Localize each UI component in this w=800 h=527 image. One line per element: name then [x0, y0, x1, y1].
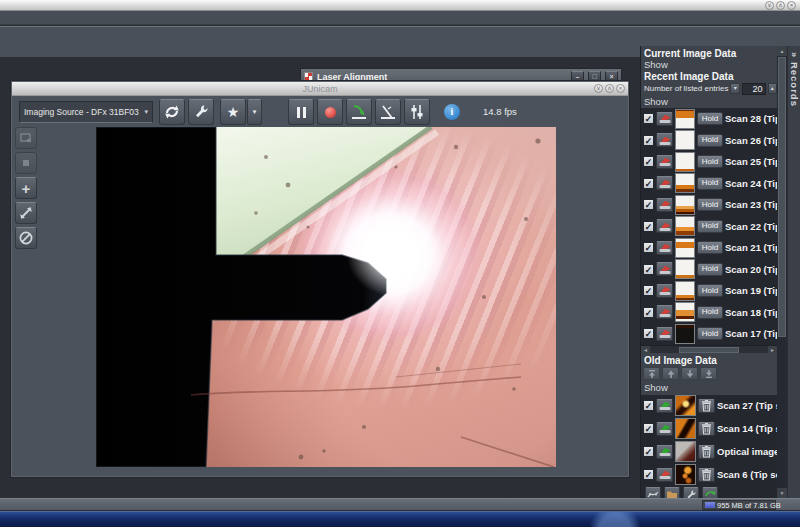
open-folder-button[interactable]: [664, 487, 680, 498]
scanner-source-button[interactable]: [656, 305, 673, 319]
approach-button[interactable]: [346, 99, 372, 125]
scanner-source-button[interactable]: [656, 327, 673, 341]
scroll-down-arrow[interactable]: ▼: [777, 488, 787, 498]
scan-visible-checkbox[interactable]: ✓: [643, 156, 654, 167]
scanner-source-button[interactable]: [656, 112, 673, 126]
scan-thumbnail[interactable]: [675, 152, 695, 172]
old-scan-row[interactable]: ✓ Scan 14 (Tip scanner): [641, 417, 777, 440]
hold-button[interactable]: Hold: [697, 134, 723, 147]
scanner-source-button[interactable]: [656, 422, 673, 436]
scanner-source-button[interactable]: [656, 176, 673, 190]
delete-button[interactable]: [698, 422, 715, 436]
maximize-window-button[interactable]: ∧: [776, 1, 785, 10]
scan-visible-checkbox[interactable]: ✓: [643, 178, 654, 189]
scanner-source-button[interactable]: [656, 219, 673, 233]
delete-button[interactable]: [698, 445, 715, 459]
recent-scan-row[interactable]: ✓ Hold Scan 28 (Tip scanner): [641, 108, 777, 130]
scan-thumbnail[interactable]: [675, 464, 696, 485]
hold-button[interactable]: Hold: [697, 284, 723, 297]
old-scan-row[interactable]: ✓ Optical image 0: [641, 440, 777, 463]
scan-visible-checkbox[interactable]: ✓: [643, 221, 654, 232]
recent-scan-row[interactable]: ✓ Hold Scan 19 (Tip scanner): [641, 280, 777, 302]
camera-live-view[interactable]: [96, 127, 556, 467]
recent-scan-row[interactable]: ✓ Hold Scan 23 (Tip scanner): [641, 194, 777, 216]
recent-scan-row[interactable]: ✓ Hold Scan 21 (Tip scanner): [641, 237, 777, 259]
hold-button[interactable]: Hold: [697, 198, 723, 211]
scan-visible-checkbox[interactable]: ✓: [643, 113, 654, 124]
recent-show-toggle[interactable]: Show: [644, 96, 668, 107]
recent-list-hscrollbar[interactable]: ◄ ►: [641, 345, 777, 353]
shade-window-button[interactable]: ∨: [765, 1, 774, 10]
curve-tool-button[interactable]: [645, 487, 661, 498]
settings-button[interactable]: [188, 99, 214, 125]
scanner-source-button[interactable]: [656, 133, 673, 147]
recent-scan-row[interactable]: ✓ Hold Scan 24 (Tip scanner): [641, 173, 777, 195]
scanner-source-button[interactable]: [656, 241, 673, 255]
scan-visible-checkbox[interactable]: ✓: [643, 242, 654, 253]
move-to-bottom-button[interactable]: [700, 367, 717, 380]
disable-overlay-button[interactable]: [15, 227, 37, 249]
scanner-source-button[interactable]: [656, 155, 673, 169]
scan-thumbnail[interactable]: [675, 441, 696, 462]
old-scan-row[interactable]: ✓ Scan 6 (Tip scanner): [641, 463, 777, 486]
shade-window-button[interactable]: ∨: [594, 84, 603, 93]
delete-button[interactable]: [698, 399, 715, 413]
close-window-button[interactable]: ×: [787, 1, 796, 10]
record-button[interactable]: [317, 99, 343, 125]
hold-button[interactable]: Hold: [697, 155, 723, 168]
pause-button[interactable]: [288, 99, 314, 125]
refresh-button[interactable]: [159, 99, 185, 125]
os-taskbar[interactable]: [0, 511, 800, 527]
recent-scan-row[interactable]: ✓ Hold Scan 20 (Tip scanner): [641, 259, 777, 281]
scan-thumbnail[interactable]: [675, 195, 695, 215]
move-to-top-button[interactable]: [643, 367, 660, 380]
scan-visible-checkbox[interactable]: ✓: [643, 199, 654, 210]
old-scan-row[interactable]: ✓ Scan 27 (Tip scanner): [641, 394, 777, 417]
scan-thumbnail[interactable]: [675, 238, 695, 258]
scan-visible-checkbox[interactable]: ✓: [643, 307, 654, 318]
records-side-tab[interactable]: » Records: [787, 46, 800, 498]
records-vscrollbar[interactable]: ▲ ▼: [777, 46, 787, 498]
scanner-source-button[interactable]: [656, 262, 673, 276]
entries-decrease-button[interactable]: ▾: [730, 83, 740, 94]
recent-scan-row[interactable]: ✓ Hold Scan 18 (Tip scanner): [641, 302, 777, 324]
scan-thumbnail[interactable]: [675, 324, 695, 344]
favorite-dropdown-button[interactable]: ▾: [247, 99, 262, 125]
current-show-toggle[interactable]: Show: [644, 59, 668, 70]
hold-button[interactable]: Hold: [697, 241, 723, 254]
close-window-button[interactable]: ×: [616, 84, 625, 93]
recent-scan-row[interactable]: ✓ Hold Scan 26 (Tip scanner): [641, 130, 777, 152]
entries-increase-button[interactable]: ▴: [768, 83, 778, 94]
scan-thumbnail[interactable]: [675, 395, 696, 416]
move-up-button[interactable]: [662, 367, 679, 380]
hold-button[interactable]: Hold: [697, 263, 723, 276]
scan-visible-checkbox[interactable]: ✓: [643, 446, 654, 457]
scan-visible-checkbox[interactable]: ✓: [643, 135, 654, 146]
info-button[interactable]: i: [439, 99, 465, 125]
maximize-window-button[interactable]: ∧: [605, 84, 614, 93]
delete-button[interactable]: [698, 468, 715, 482]
scanner-source-button[interactable]: [656, 198, 673, 212]
scanner-source-button[interactable]: [656, 284, 673, 298]
old-show-toggle[interactable]: Show: [644, 382, 668, 393]
junicam-titlebar[interactable]: JUnicam ∨ ∧ ×: [12, 82, 628, 96]
recent-scan-row[interactable]: ✓ Hold Scan 17 (Tip scanner): [641, 323, 777, 345]
hold-button[interactable]: Hold: [697, 220, 723, 233]
measure-button[interactable]: [15, 202, 37, 224]
camera-adjust-button[interactable]: [404, 99, 430, 125]
scanner-source-button[interactable]: [656, 399, 673, 413]
scan-visible-checkbox[interactable]: ✓: [643, 469, 654, 480]
hold-button[interactable]: Hold: [697, 327, 723, 340]
entries-value-field[interactable]: 20: [742, 83, 766, 95]
favorite-button[interactable]: ★: [220, 99, 246, 125]
hold-button[interactable]: Hold: [697, 112, 723, 125]
scanner-source-button[interactable]: [656, 468, 673, 482]
imaging-source-select[interactable]: Imaging Source - DFx 31BF03 ▾: [19, 101, 153, 123]
vscroll-thumb[interactable]: [778, 57, 786, 337]
scan-thumbnail[interactable]: [675, 130, 695, 150]
scan-thumbnail[interactable]: [675, 109, 695, 129]
scanner-source-button[interactable]: [656, 445, 673, 459]
hold-button[interactable]: Hold: [697, 177, 723, 190]
scan-visible-checkbox[interactable]: ✓: [643, 400, 654, 411]
crosshair-button[interactable]: +: [15, 177, 37, 199]
